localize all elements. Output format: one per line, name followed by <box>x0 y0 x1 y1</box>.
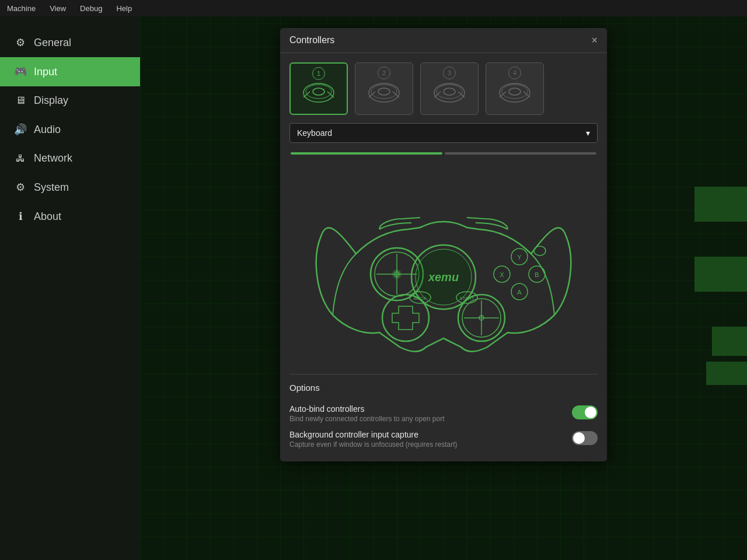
modal-close-button[interactable]: × <box>591 35 598 46</box>
gamepad-icon: 🎮 <box>14 65 27 78</box>
sidebar-item-general[interactable]: ⚙ General <box>0 28 140 57</box>
slot-number-1: 1 <box>312 67 325 80</box>
options-section: Options Auto-bind controllers Bind newly… <box>289 374 598 452</box>
sidebar-label-network: Network <box>34 152 72 164</box>
svg-line-9 <box>393 92 399 97</box>
option-text-bg-capture: Background controller input capture Capt… <box>289 430 565 449</box>
gear-icon: ⚙ <box>14 36 27 49</box>
controller-slot-2[interactable]: 2 <box>355 62 413 115</box>
svg-point-7 <box>378 88 390 95</box>
sidebar: ⚙ General 🎮 Input 🖥 Display 🔊 Audio 🖧 Ne… <box>0 16 140 560</box>
slot-number-3: 3 <box>443 66 456 79</box>
sidebar-label-about: About <box>34 211 61 223</box>
menu-debug[interactable]: Debug <box>78 3 104 14</box>
tab-2[interactable] <box>445 152 596 155</box>
main-area: ⚙ General 🎮 Input 🖥 Display 🔊 Audio 🖧 Ne… <box>0 16 747 560</box>
network-icon: 🖧 <box>14 153 27 164</box>
svg-line-4 <box>327 92 334 97</box>
slot-number-4: 4 <box>508 66 521 79</box>
system-icon: ⚙ <box>14 181 27 194</box>
modal-title: Controllers <box>289 35 334 46</box>
toggle-bg-capture[interactable] <box>572 431 598 445</box>
svg-text:A: A <box>517 289 522 296</box>
svg-point-17 <box>509 88 521 95</box>
svg-point-47 <box>534 246 546 256</box>
chevron-down-icon: ▾ <box>586 128 590 138</box>
menu-help[interactable]: Help <box>114 3 134 14</box>
menu-machine[interactable]: Machine <box>5 3 38 14</box>
sidebar-label-audio: Audio <box>34 124 61 136</box>
sidebar-label-system: System <box>34 181 69 194</box>
svg-line-14 <box>458 92 465 97</box>
sidebar-label-general: General <box>34 37 71 49</box>
slot-number-2: 2 <box>378 66 390 79</box>
svg-point-12 <box>444 88 455 95</box>
option-text-auto-bind: Auto-bind controllers Bind newly connect… <box>289 404 565 423</box>
toggle-knob-auto-bind <box>585 407 596 418</box>
controller-slots: 1 2 <box>289 62 598 115</box>
svg-line-19 <box>523 92 530 97</box>
svg-text:B: B <box>535 271 539 278</box>
controller-slot-3[interactable]: 3 <box>420 62 479 115</box>
svg-text:Y: Y <box>517 254 522 261</box>
keyboard-dropdown-value: Keyboard <box>297 128 332 138</box>
controller-image: xemu BACK START <box>289 156 598 374</box>
svg-point-2 <box>313 88 324 95</box>
svg-text:X: X <box>500 271 504 278</box>
svg-point-24 <box>392 270 402 279</box>
sidebar-item-network[interactable]: 🖧 Network <box>0 144 140 173</box>
right-panel: Controllers × 1 <box>140 16 747 560</box>
info-icon: ℹ <box>14 210 27 223</box>
menubar: Machine View Debug Help <box>0 0 747 16</box>
svg-line-18 <box>500 92 506 97</box>
controller-slot-4[interactable]: 4 <box>486 62 544 115</box>
sidebar-label-input: Input <box>34 66 57 78</box>
sidebar-item-input[interactable]: 🎮 Input <box>0 57 140 86</box>
toggle-auto-bind[interactable] <box>572 405 598 419</box>
svg-line-13 <box>434 92 441 97</box>
svg-text:xemu: xemu <box>428 271 459 284</box>
modal-header: Controllers × <box>280 28 607 53</box>
controller-svg: xemu BACK START <box>303 160 584 365</box>
options-title: Options <box>289 383 598 393</box>
toggle-knob-bg-capture <box>573 432 585 444</box>
audio-icon: 🔊 <box>14 123 27 136</box>
tab-1[interactable] <box>291 152 442 155</box>
svg-line-8 <box>369 92 375 97</box>
sidebar-label-display: Display <box>34 94 68 107</box>
option-label-bg-capture: Background controller input capture <box>289 430 565 439</box>
sidebar-item-about[interactable]: ℹ About <box>0 202 140 231</box>
sidebar-item-audio[interactable]: 🔊 Audio <box>0 115 140 144</box>
display-icon: 🖥 <box>14 94 27 107</box>
keyboard-dropdown[interactable]: Keyboard ▾ <box>289 123 598 143</box>
option-label-auto-bind: Auto-bind controllers <box>289 404 565 414</box>
tab-bar <box>289 152 598 155</box>
controllers-modal: Controllers × 1 <box>280 28 607 461</box>
option-desc-bg-capture: Capture even if window is unfocused (req… <box>289 440 565 449</box>
option-row-auto-bind: Auto-bind controllers Bind newly connect… <box>289 401 598 426</box>
option-desc-auto-bind: Bind newly connected controllers to any … <box>289 415 565 423</box>
controller-slot-1[interactable]: 1 <box>289 62 348 115</box>
option-row-bg-capture: Background controller input capture Capt… <box>289 426 598 452</box>
svg-line-3 <box>303 92 310 97</box>
modal-body: 1 2 <box>280 53 607 461</box>
menu-view[interactable]: View <box>47 3 68 14</box>
svg-text:BACK: BACK <box>414 296 427 301</box>
sidebar-item-system[interactable]: ⚙ System <box>0 173 140 202</box>
sidebar-item-display[interactable]: 🖥 Display <box>0 86 140 115</box>
